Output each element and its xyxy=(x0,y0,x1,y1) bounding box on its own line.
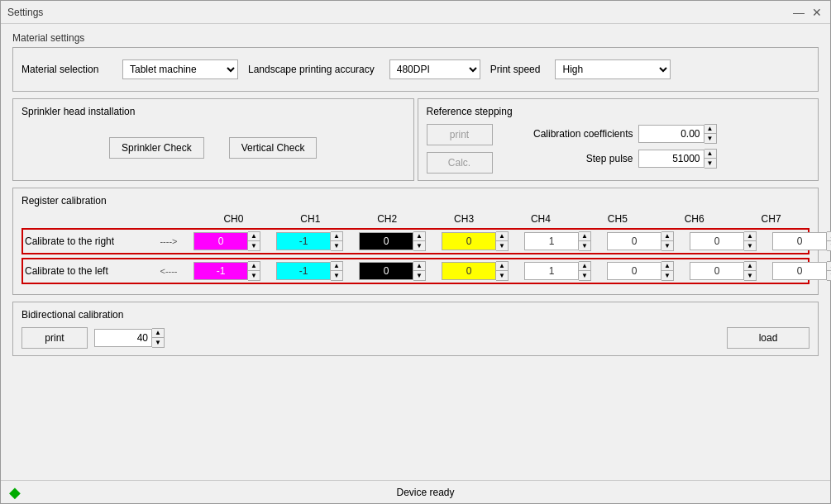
reference-fields: Calibration coefficients 0.00 ▲ ▼ Step p… xyxy=(509,124,717,169)
reference-calc-button[interactable]: Calc. xyxy=(427,152,493,174)
calib-left-ch5-down[interactable]: ▼ xyxy=(661,271,673,280)
ch3-header: CH3 xyxy=(426,213,503,225)
calib-left-row: Calibrate to the left <---- ▲ ▼ xyxy=(21,258,810,284)
sprinkler-title: Sprinkler head installation xyxy=(21,106,405,117)
calib-left-ch3-down[interactable]: ▼ xyxy=(496,271,508,280)
calib-right-ch7-down[interactable]: ▼ xyxy=(827,241,831,250)
calib-left-ch3-input[interactable] xyxy=(442,262,496,280)
calib-left-ch4-down[interactable]: ▼ xyxy=(579,271,590,280)
calib-right-ch1-up[interactable]: ▲ xyxy=(331,232,342,241)
calib-left-ch5: ▲ ▼ xyxy=(607,261,690,281)
calib-left-label: Calibrate to the left xyxy=(25,265,141,277)
calib-right-ch6: ▲ ▼ xyxy=(690,231,772,251)
title-controls: — ✕ xyxy=(792,6,824,19)
calib-right-ch2-input[interactable] xyxy=(359,232,413,250)
close-button[interactable]: ✕ xyxy=(810,6,824,19)
calib-right-ch1-input[interactable] xyxy=(276,232,331,250)
calib-right-ch4-down[interactable]: ▼ xyxy=(579,241,590,250)
calib-right-ch1-down[interactable]: ▼ xyxy=(331,241,342,250)
speed-select[interactable]: Low Medium High xyxy=(555,59,671,79)
accuracy-select[interactable]: 360DPI 480DPI 720DPI xyxy=(389,59,480,79)
calib-left-ch6-down[interactable]: ▼ xyxy=(744,271,756,280)
coeff-row: Calibration coefficients 0.00 ▲ ▼ xyxy=(509,124,717,144)
calib-left-ch2-down[interactable]: ▼ xyxy=(413,271,425,280)
calib-right-ch2-spin: ▲ ▼ xyxy=(413,231,426,251)
calib-left-ch3-up[interactable]: ▲ xyxy=(496,262,508,271)
step-down-button[interactable]: ▼ xyxy=(704,159,716,168)
coeff-down-button[interactable]: ▼ xyxy=(704,134,716,143)
calib-left-ch1-input[interactable] xyxy=(276,262,331,280)
calib-right-ch4-input[interactable] xyxy=(524,232,579,250)
step-up-button[interactable]: ▲ xyxy=(704,150,716,159)
calib-right-ch7-spin: ▲ ▼ xyxy=(827,231,831,251)
calib-right-ch2-up[interactable]: ▲ xyxy=(413,232,425,241)
reference-print-button[interactable]: print xyxy=(427,124,493,145)
calib-left-ch1: ▲ ▼ xyxy=(276,261,359,281)
calib-right-ch5-input[interactable] xyxy=(607,232,661,250)
calib-right-ch2-down[interactable]: ▼ xyxy=(413,241,425,250)
calib-left-ch6-up[interactable]: ▲ xyxy=(744,262,756,271)
calib-left-ch7: ▲ ▼ xyxy=(772,261,831,281)
calib-right-arrow: ----> xyxy=(144,236,193,246)
calib-left-ch0-up[interactable]: ▲ xyxy=(248,262,260,271)
calib-right-ch5: ▲ ▼ xyxy=(607,231,690,251)
calib-left-ch5-input[interactable] xyxy=(607,262,661,280)
calib-right-ch3-down[interactable]: ▼ xyxy=(496,241,508,250)
material-settings-section: Material settings Material selection Tab… xyxy=(12,32,819,92)
bidi-load-button[interactable]: load xyxy=(727,327,810,349)
calib-right-ch6-down[interactable]: ▼ xyxy=(744,241,756,250)
main-content: Material settings Material selection Tab… xyxy=(1,24,830,480)
calib-left-ch5-up[interactable]: ▲ xyxy=(661,262,673,271)
calib-right-ch6-up[interactable]: ▲ xyxy=(744,232,756,241)
calib-left-ch0-down[interactable]: ▼ xyxy=(248,271,260,280)
calib-right-ch0-input[interactable] xyxy=(193,232,248,250)
calib-left-ch4-up[interactable]: ▲ xyxy=(579,262,590,271)
vertical-check-button[interactable]: Vertical Check xyxy=(229,137,318,159)
middle-panels: Sprinkler head installation Sprinkler Ch… xyxy=(12,98,819,181)
ch0-header: CH0 xyxy=(195,213,272,225)
step-row: Step pulse 51000 ▲ ▼ xyxy=(509,149,717,169)
calib-right-inputs: ▲ ▼ ▲ ▼ ▲ xyxy=(193,231,831,251)
calib-left-ch0-input[interactable] xyxy=(193,262,248,280)
calib-right-ch3-input[interactable] xyxy=(442,232,496,250)
coeff-input[interactable]: 0.00 xyxy=(638,125,704,143)
calib-left-ch0-spin: ▲ ▼ xyxy=(248,261,260,281)
step-label: Step pulse xyxy=(509,153,633,164)
calib-right-ch6-spin: ▲ ▼ xyxy=(744,231,757,251)
calib-left-ch1-up[interactable]: ▲ xyxy=(331,262,342,271)
calib-right-ch7-input[interactable] xyxy=(772,232,827,250)
bidi-left-area: print ▲ ▼ xyxy=(21,327,165,349)
coeff-up-button[interactable]: ▲ xyxy=(704,125,716,134)
reference-panel: Reference stepping print Calc. Calibrati… xyxy=(418,98,819,181)
calib-left-ch7-down[interactable]: ▼ xyxy=(827,271,831,280)
calib-left-ch7-up[interactable]: ▲ xyxy=(827,262,831,271)
calib-left-ch4-input[interactable] xyxy=(524,262,579,280)
minimize-button[interactable]: — xyxy=(792,6,805,19)
bidi-print-button[interactable]: print xyxy=(21,327,88,349)
calib-right-ch6-input[interactable] xyxy=(690,232,744,250)
machine-select[interactable]: Tablet machine Roll machine Flat machine xyxy=(122,59,238,79)
sprinkler-check-button[interactable]: Sprinkler Check xyxy=(109,137,204,159)
calib-left-arrow: <---- xyxy=(144,266,193,276)
calib-right-ch4-up[interactable]: ▲ xyxy=(579,232,590,241)
calib-left-ch1-down[interactable]: ▼ xyxy=(331,271,342,280)
calib-left-ch6-input[interactable] xyxy=(690,262,744,280)
calib-right-ch4: ▲ ▼ xyxy=(524,231,607,251)
calib-right-ch0-up[interactable]: ▲ xyxy=(248,232,260,241)
calib-right-ch5-down[interactable]: ▼ xyxy=(661,241,673,250)
calib-right-ch7-up[interactable]: ▲ xyxy=(827,232,831,241)
bidi-down-button[interactable]: ▼ xyxy=(152,338,164,347)
material-label: Material selection xyxy=(21,64,112,75)
bidi-value-input[interactable] xyxy=(94,329,152,347)
calib-right-ch0-down[interactable]: ▼ xyxy=(248,241,260,250)
calib-right-ch3-up[interactable]: ▲ xyxy=(496,232,508,241)
calib-left-ch7-input[interactable] xyxy=(772,262,827,280)
step-input[interactable]: 51000 xyxy=(638,150,704,168)
calib-left-ch3-spin: ▲ ▼ xyxy=(496,261,509,281)
calib-left-ch2-input[interactable] xyxy=(359,262,413,280)
calib-right-ch5-up[interactable]: ▲ xyxy=(661,232,673,241)
bidi-up-button[interactable]: ▲ xyxy=(152,329,164,338)
speed-label: Print speed xyxy=(490,64,541,75)
bidi-spin-buttons: ▲ ▼ xyxy=(152,328,165,348)
calib-left-ch2-up[interactable]: ▲ xyxy=(413,262,425,271)
